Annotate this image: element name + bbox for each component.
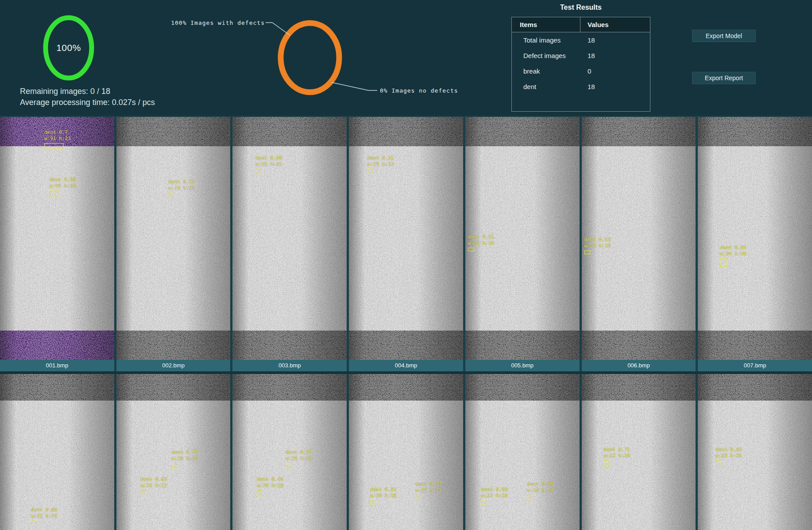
defect-size-label: w:26 h:29 <box>286 456 312 462</box>
defect-label: dent 0.82 <box>720 245 746 251</box>
test-results-table: Items Values Total images 18 Defect imag… <box>511 17 650 112</box>
image-tile[interactable]: dent 0.75w:20 h:26dent 0.63w:23 h:27 <box>116 374 231 530</box>
defect-bounding-box <box>257 490 261 496</box>
defect-annotation: dent 0.75w:20 h:26 <box>172 449 198 469</box>
defect-annotation: dent 0.63w:23 h:27 <box>141 476 167 496</box>
image-tile[interactable]: dent 0.67w:26 h:29dent 0.46w:20 h:28 <box>232 374 347 530</box>
defect-label: dent 0.65 <box>715 447 742 453</box>
remaining-images-text: Remaining images: 0 / 18 <box>20 87 155 96</box>
tile-filename: 004.bmp <box>349 360 463 371</box>
defect-annotation: dent 0.67w:26 h:29 <box>286 449 312 469</box>
defect-annotation: dent 0.53w:27 h:19 <box>584 237 611 254</box>
defect-label: dent 0.7 <box>44 129 71 136</box>
image-vignette <box>349 117 463 360</box>
defect-bounding-box <box>370 500 375 504</box>
progress-percent: 100% <box>42 14 95 82</box>
tile-filename: 003.bmp <box>232 360 347 371</box>
image-tile[interactable]: dent 0.68w:23 h:25003.bmp <box>232 117 347 371</box>
tile-filename: 007.bmp <box>698 360 812 371</box>
column-header-values: Values <box>580 17 650 32</box>
image-vignette <box>116 117 231 360</box>
image-tile[interactable]: dent 0.89w:21 h:18dent 0.89w:18 h:24 <box>465 374 580 530</box>
image-tile[interactable]: dent 0.82w:34 h:40007.bmp <box>698 117 812 371</box>
defect-size-label: w:19 h:21 <box>169 185 195 191</box>
defect-size-label: w:91 h:23 <box>44 136 71 142</box>
defect-size-label: w:22 h:28 <box>604 453 630 459</box>
image-tile[interactable]: dent 0.51w:32 h:16005.bmp <box>465 117 580 371</box>
image-tile[interactable]: dent 0.53w:27 h:19006.bmp <box>582 117 696 371</box>
image-tile[interactable]: dent 0.89w:31 h:22 <box>0 374 114 530</box>
row-item-value: 0 <box>580 63 650 79</box>
image-tile[interactable]: dent 0.81w:20 h:18dent 0.72w:17 h:22 <box>349 374 463 530</box>
row-item-value: 18 <box>580 48 650 63</box>
table-row: Total images 18 <box>512 32 650 48</box>
defect-size-label: w:31 h:22 <box>31 513 58 519</box>
defect-bounding-box <box>720 258 727 267</box>
row-item-label: dent <box>512 79 580 94</box>
image-vignette <box>582 374 696 530</box>
row-item-label: Defect images <box>512 48 580 63</box>
defect-annotation: dent 0.86w:45 h:26 <box>50 177 76 196</box>
image-tile[interactable]: dent 0.71w:22 h:28 <box>582 374 696 530</box>
defect-bounding-box <box>44 143 64 148</box>
image-tile[interactable]: dent 0.7w:91 h:23dent 0.86w:45 h:26001.b… <box>0 117 114 371</box>
defect-label: dent 0.86 <box>50 177 76 183</box>
defect-size-label: w:20 h:28 <box>257 483 283 489</box>
defect-bounding-box <box>415 495 419 500</box>
defect-size-label: w:23 h:25 <box>255 161 282 168</box>
defect-size-label: w:17 h:22 <box>415 487 442 494</box>
image-tile[interactable]: dent 0.73w:19 h:21002.bmp <box>116 117 231 371</box>
defect-label: dent 0.63 <box>141 476 167 483</box>
image-grid: dent 0.7w:91 h:23dent 0.86w:45 h:26001.b… <box>0 117 812 530</box>
defect-label: dent 0.53 <box>584 237 611 243</box>
defect-annotation: dent 0.7w:91 h:23 <box>44 129 71 148</box>
defect-annotation: dent 0.73w:19 h:21 <box>169 179 195 198</box>
defect-size-label: w:21 h:18 <box>481 493 508 499</box>
image-grid-row: dent 0.7w:91 h:23dent 0.86w:45 h:26001.b… <box>0 117 812 371</box>
defect-label: dent 0.73 <box>169 179 195 185</box>
defect-annotation: dent 0.71w:22 h:28 <box>604 447 630 467</box>
defect-size-label: w:20 h:26 <box>172 456 198 462</box>
row-item-value: 18 <box>580 79 650 94</box>
defect-annotation: dent 0.68w:23 h:25 <box>255 155 282 174</box>
defect-annotation: dent 0.51w:25 h:22 <box>367 155 394 174</box>
image-vignette <box>0 117 114 360</box>
image-vignette <box>465 374 580 530</box>
defect-bounding-box <box>468 248 475 251</box>
app-window: 100% 100% Images with defects 0% Images … <box>0 0 812 530</box>
test-results-title: Test Results <box>511 4 650 12</box>
defect-label: dent 0.89 <box>481 487 508 493</box>
defect-bounding-box <box>255 169 260 174</box>
defect-annotation: dent 0.82w:34 h:40 <box>720 245 746 267</box>
defect-bounding-box <box>527 495 531 500</box>
defect-bounding-box <box>715 460 720 466</box>
image-vignette <box>232 117 347 360</box>
row-item-value: 18 <box>580 32 650 48</box>
defect-label: dent 0.89 <box>31 507 58 513</box>
tile-filename: 006.bmp <box>582 360 696 371</box>
defect-annotation: dent 0.89w:31 h:22 <box>31 507 58 526</box>
defect-bounding-box <box>31 521 38 526</box>
export-model-button[interactable]: Export Model <box>692 30 756 42</box>
image-tile[interactable]: dent 0.65w:23 h:25 <box>698 374 812 530</box>
processing-stats: Remaining images: 0 / 18 Average process… <box>20 87 155 109</box>
table-row: dent 18 <box>512 79 650 94</box>
defect-size-label: w:34 h:40 <box>720 251 746 257</box>
defect-bounding-box <box>286 463 291 469</box>
defect-annotation: dent 0.89w:18 h:24 <box>527 481 554 500</box>
image-tile[interactable]: dent 0.51w:25 h:22004.bmp <box>349 117 463 371</box>
defect-annotation: dent 0.72w:17 h:22 <box>415 481 442 500</box>
defect-size-label: w:23 h:27 <box>141 483 167 489</box>
defect-bounding-box <box>604 460 609 467</box>
defect-annotation: dent 0.51w:32 h:16 <box>468 234 495 251</box>
donut-label-defects: 100% Images with defects <box>171 19 265 26</box>
defect-label: dent 0.46 <box>257 476 283 483</box>
defect-annotation: dent 0.81w:20 h:18 <box>370 487 397 504</box>
defect-label: dent 0.72 <box>415 481 442 487</box>
defect-label: dent 0.51 <box>367 155 394 161</box>
export-report-button[interactable]: Export Report <box>692 72 756 84</box>
image-vignette <box>349 374 463 530</box>
defect-bounding-box <box>367 169 373 174</box>
tile-filename: 002.bmp <box>116 360 231 371</box>
image-vignette <box>698 374 812 530</box>
